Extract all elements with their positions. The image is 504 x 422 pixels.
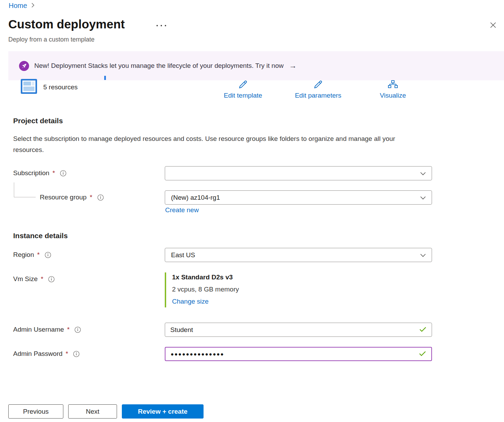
vm-size-selection: 1x Standard D2s v3 2 vcpus, 8 GB memory … <box>165 272 239 307</box>
chevron-down-icon <box>420 194 426 201</box>
required-asterisk: * <box>67 326 70 333</box>
breadcrumb: Home <box>9 2 35 10</box>
custom-deployment-page: Home Custom deployment Deploy from a cus… <box>0 0 504 422</box>
edit-parameters-button[interactable]: Edit parameters <box>280 79 356 99</box>
arrow-right-icon: → <box>289 61 297 70</box>
vm-size-specs: 2 vcpus, 8 GB memory <box>172 286 239 293</box>
resource-group-value: (New) az104-rg1 <box>171 194 220 201</box>
clipped-link-artifact <box>104 76 106 80</box>
info-icon[interactable] <box>74 326 81 333</box>
info-icon[interactable] <box>73 351 80 357</box>
breadcrumb-home-link[interactable]: Home <box>9 2 27 10</box>
close-icon[interactable] <box>487 19 498 30</box>
chevron-down-icon <box>420 170 426 177</box>
subscription-dropdown[interactable] <box>165 166 432 180</box>
page-subtitle: Deploy from a custom template <box>8 36 94 43</box>
vm-size-label: Vm Size * <box>13 275 55 283</box>
chevron-right-icon <box>31 2 35 9</box>
vm-size-title: 1x Standard D2s v3 <box>172 273 239 281</box>
pencil-icon <box>238 79 248 91</box>
more-options-icon[interactable] <box>156 25 166 26</box>
admin-username-label: Admin Username * <box>13 326 81 333</box>
required-asterisk: * <box>53 169 55 177</box>
resource-count: 5 resources <box>43 83 78 91</box>
resource-group-dropdown[interactable]: (New) az104-rg1 <box>165 190 432 205</box>
admin-username-field-wrap <box>165 323 432 337</box>
subscription-label: Subscription * <box>13 169 66 177</box>
required-asterisk: * <box>66 350 68 358</box>
info-icon[interactable] <box>48 276 55 282</box>
valid-check-icon <box>419 326 426 333</box>
page-title: Custom deployment <box>8 17 125 31</box>
admin-username-input[interactable] <box>170 326 416 334</box>
pencil-icon <box>313 79 323 91</box>
required-asterisk: * <box>41 275 43 283</box>
previous-button[interactable]: Previous <box>8 404 63 419</box>
admin-password-label: Admin Password * <box>13 350 80 358</box>
create-new-link[interactable]: Create new <box>165 206 199 214</box>
rocket-icon <box>19 61 29 71</box>
resource-group-label: Resource group * <box>40 194 104 201</box>
region-dropdown[interactable]: East US <box>165 248 432 262</box>
required-asterisk: * <box>90 194 92 201</box>
org-chart-icon <box>388 79 398 91</box>
edit-template-button[interactable]: Edit template <box>205 79 281 99</box>
project-details-heading: Project details <box>13 117 63 125</box>
admin-password-field-wrap <box>165 347 432 361</box>
required-asterisk: * <box>37 251 39 259</box>
deployment-stacks-banner[interactable]: New! Deployment Stacks let you manage th… <box>8 51 504 80</box>
instance-details-heading: Instance details <box>13 232 68 240</box>
info-icon[interactable] <box>45 252 51 258</box>
admin-password-input[interactable] <box>171 351 416 357</box>
next-button[interactable]: Next <box>68 404 117 419</box>
review-create-button[interactable]: Review + create <box>122 404 204 419</box>
visualize-button[interactable]: Visualize <box>355 79 431 99</box>
region-value: East US <box>171 251 195 259</box>
chevron-down-icon <box>420 251 426 259</box>
field-indent-connector <box>14 182 36 197</box>
valid-check-icon <box>419 351 426 358</box>
region-label: Region * <box>13 251 51 259</box>
banner-message: New! Deployment Stacks let you manage th… <box>34 62 284 70</box>
template-icon <box>21 79 37 95</box>
info-icon[interactable] <box>97 194 104 201</box>
change-size-link[interactable]: Change size <box>172 298 209 305</box>
info-icon[interactable] <box>60 170 66 177</box>
project-details-description: Select the subscription to manage deploy… <box>13 133 411 155</box>
